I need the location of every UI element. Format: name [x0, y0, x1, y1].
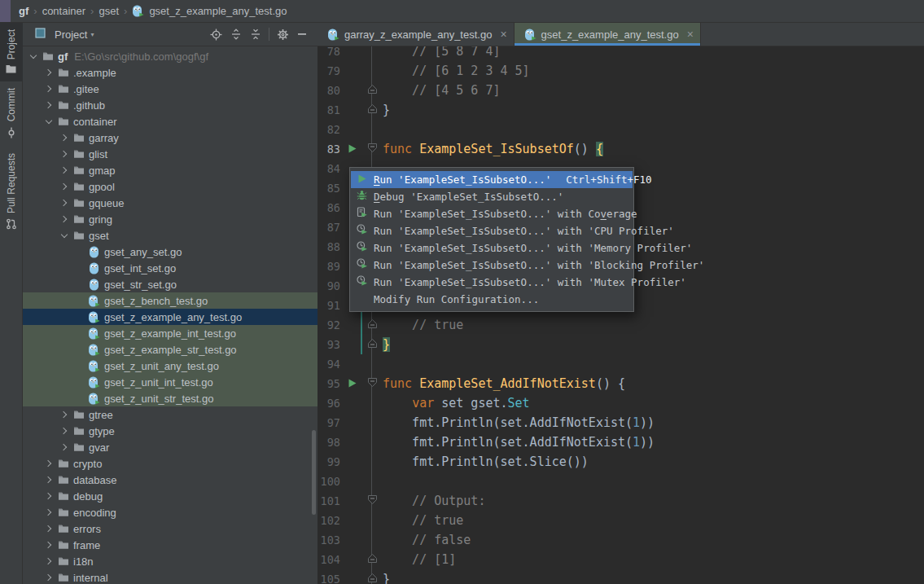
chevron-right-icon[interactable] — [42, 86, 55, 91]
tree-item[interactable]: .gitee — [23, 81, 317, 97]
code-line[interactable]: 93} — [317, 335, 924, 354]
code-line[interactable]: 78 // [5 8 7 4] — [317, 46, 924, 61]
line-number[interactable]: 97 — [317, 413, 345, 433]
breadcrumb-item[interactable]: gf — [17, 5, 30, 17]
stripe-tab-pull-requests[interactable]: Pull Requests — [0, 147, 23, 238]
line-number[interactable]: 90 — [317, 276, 345, 296]
close-icon[interactable]: × — [500, 29, 506, 40]
fold-end-icon[interactable] — [367, 335, 378, 354]
tree-item[interactable]: gset_int_set.go — [23, 260, 317, 276]
tree-item[interactable]: .example — [23, 64, 317, 81]
run-icon[interactable] — [348, 139, 357, 159]
project-view-title[interactable]: Project — [55, 29, 87, 41]
line-number[interactable]: 79 — [317, 61, 345, 81]
code-line[interactable]: 82 — [317, 120, 924, 139]
chevron-right-icon[interactable] — [42, 494, 55, 498]
chevron-right-icon[interactable] — [42, 559, 55, 564]
code-line[interactable]: 98 fmt.Println(set.AddIfNotExist(1)) — [317, 433, 924, 452]
code-line[interactable]: 79 // [6 1 2 3 4 5] — [317, 61, 924, 81]
line-number[interactable]: 84 — [317, 159, 345, 178]
tree-item[interactable]: internal — [23, 569, 317, 584]
editor-tab[interactable]: garray_z_example_any_test.go× — [317, 23, 515, 46]
code-line[interactable]: 97 fmt.Println(set.AddIfNotExist(1)) — [317, 413, 924, 433]
line-number[interactable]: 82 — [317, 120, 345, 139]
code-line[interactable]: 81} — [317, 100, 924, 120]
chevron-down-icon[interactable] — [42, 120, 55, 123]
menu-item[interactable]: Run 'ExampleSet_IsSubsetO...' with 'CPU … — [351, 222, 633, 239]
menu-item[interactable]: Run 'ExampleSet_IsSubsetO...'Ctrl+Shift+… — [351, 171, 633, 188]
tree-item[interactable]: gset_any_set.go — [23, 244, 317, 260]
code-line[interactable]: 92 // true — [317, 315, 924, 335]
run-icon[interactable] — [348, 374, 357, 393]
chevron-right-icon[interactable] — [42, 575, 55, 580]
tree-item[interactable]: gset_z_example_any_test.go — [23, 309, 317, 325]
tree-item[interactable]: database — [23, 472, 317, 488]
line-number[interactable]: 103 — [317, 530, 345, 550]
line-number[interactable]: 88 — [317, 237, 345, 257]
menu-item[interactable]: Run 'ExampleSet_IsSubsetO...' with 'Mute… — [351, 274, 633, 291]
line-number[interactable]: 87 — [317, 217, 345, 237]
tree-item[interactable]: gset_z_unit_str_test.go — [23, 390, 317, 406]
code-line[interactable]: 80 // [4 5 6 7] — [317, 81, 924, 100]
tree-item[interactable]: gset_str_set.go — [23, 276, 317, 292]
tree-item[interactable]: gset_z_unit_int_test.go — [23, 374, 317, 390]
fold-start-icon[interactable] — [367, 491, 378, 511]
tree-item[interactable]: i18n — [23, 553, 317, 569]
code-line[interactable]: 105} — [317, 569, 924, 584]
chevron-right-icon[interactable] — [42, 103, 55, 108]
tree-item[interactable]: gqueue — [23, 195, 317, 211]
menu-item[interactable]: Modify Run Configuration... — [351, 291, 633, 308]
chevron-right-icon[interactable] — [57, 200, 71, 205]
fold-end-icon[interactable] — [367, 550, 378, 569]
tree-item[interactable]: gmap — [23, 162, 317, 178]
chevron-right-icon[interactable] — [57, 168, 71, 173]
tree-item[interactable]: gset_z_example_str_test.go — [23, 341, 317, 358]
menu-item[interactable]: Debug 'ExampleSet_IsSubsetO...' — [351, 188, 633, 205]
chevron-right-icon[interactable] — [42, 510, 55, 515]
menu-item[interactable]: Run 'ExampleSet_IsSubsetO...' with 'Bloc… — [351, 257, 633, 274]
line-number[interactable]: 95 — [317, 374, 345, 393]
code-line[interactable]: 95func ExampleSet_AddIfNotExist() { — [317, 374, 924, 393]
line-number[interactable]: 78 — [317, 46, 345, 61]
breadcrumb-item[interactable]: gset_z_example_any_test.go — [147, 5, 288, 17]
menu-item[interactable]: Run 'ExampleSet_IsSubsetO...' with Cover… — [351, 205, 633, 222]
tree-item[interactable]: gring — [23, 211, 317, 227]
line-number[interactable]: 81 — [317, 100, 345, 120]
tree-item[interactable]: .github — [23, 97, 317, 113]
tree-item[interactable]: gtype — [23, 423, 317, 439]
tree-item[interactable]: glist — [23, 146, 317, 162]
chevron-right-icon[interactable] — [42, 70, 55, 75]
line-number[interactable]: 101 — [317, 491, 345, 511]
tree-item[interactable]: gset_z_bench_test.go — [23, 292, 317, 309]
line-number[interactable]: 98 — [317, 433, 345, 452]
chevron-right-icon[interactable] — [42, 461, 55, 466]
chevron-right-icon[interactable] — [57, 428, 71, 433]
menu-item[interactable]: Run 'ExampleSet_IsSubsetO...' with 'Memo… — [351, 239, 633, 257]
settings-gear-icon[interactable] — [273, 29, 293, 41]
fold-end-icon[interactable] — [367, 315, 378, 335]
stripe-tab-commit[interactable]: Commit — [0, 81, 23, 146]
code-line[interactable]: 94 — [317, 354, 924, 374]
chevron-down-icon[interactable] — [26, 55, 40, 58]
line-number[interactable]: 83 — [317, 139, 345, 159]
chevron-right-icon[interactable] — [42, 477, 55, 482]
line-number[interactable]: 93 — [317, 335, 345, 354]
code-line[interactable]: 103 // false — [317, 530, 924, 550]
tree-item[interactable]: gvar — [23, 439, 317, 455]
line-number[interactable]: 94 — [317, 354, 345, 374]
chevron-right-icon[interactable] — [57, 217, 71, 222]
line-number[interactable]: 105 — [317, 569, 345, 584]
tree-scrollbar[interactable] — [312, 430, 316, 515]
code-line[interactable]: 101 // Output: — [317, 491, 924, 511]
fold-end-icon[interactable] — [367, 569, 378, 584]
breadcrumb-item[interactable]: container — [41, 5, 87, 17]
tree-item[interactable]: crypto — [23, 455, 317, 472]
chevron-right-icon[interactable] — [57, 184, 71, 189]
tree-item[interactable]: errors — [23, 520, 317, 537]
fold-end-icon[interactable] — [367, 100, 378, 120]
hide-panel-icon[interactable] — [293, 29, 311, 39]
code-line[interactable]: 104 // [1] — [317, 550, 924, 569]
code-line[interactable]: 96 var set gset.Set — [317, 393, 924, 413]
locate-file-icon[interactable] — [206, 29, 226, 41]
line-number[interactable]: 92 — [317, 315, 345, 335]
